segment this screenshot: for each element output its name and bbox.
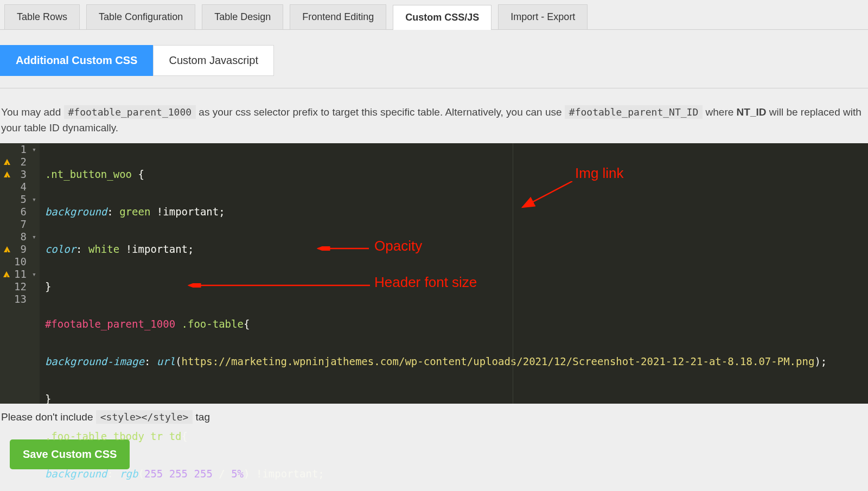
code-func: url: [157, 355, 175, 367]
subtab-custom-js[interactable]: Custom Javascript: [153, 45, 274, 76]
code-number: 255: [169, 468, 188, 480]
code-prop: color: [45, 243, 76, 255]
editor-code[interactable]: .nt_button_woo { background: green !impo…: [40, 143, 827, 404]
line-number: 13: [14, 293, 27, 305]
print-margin-line: [513, 143, 513, 404]
code-punc: :: [107, 468, 119, 480]
tab-table-configuration[interactable]: Table Configuration: [86, 4, 195, 29]
main-tab-bar: Table Rows Table Configuration Table Des…: [0, 0, 868, 30]
code-paren: ): [244, 468, 250, 480]
line-number: 4: [15, 181, 27, 193]
tab-table-design[interactable]: Table Design: [202, 4, 283, 29]
code-punc: /: [213, 468, 231, 480]
code-selector: .nt_button_woo: [45, 168, 132, 180]
subtab-custom-css[interactable]: Additional Custom CSS: [0, 45, 153, 76]
line-number: 12: [14, 280, 27, 293]
code-space: [188, 468, 194, 480]
line-number: 1: [15, 143, 27, 156]
tab-import-export[interactable]: Import - Export: [498, 4, 588, 29]
code-func: rgb: [119, 468, 138, 480]
code-brace: {: [132, 168, 144, 180]
code-brace: {: [244, 318, 250, 330]
tab-frontend-editing[interactable]: Frontend Editing: [290, 4, 386, 29]
code-prop: background: [45, 206, 107, 218]
code-important: !important;: [119, 243, 194, 255]
code-paren: );: [814, 355, 827, 367]
fold-icon[interactable]: ▾: [31, 231, 36, 243]
line-number: 9: [15, 243, 27, 256]
line-number: 7: [15, 218, 27, 231]
line-number: 10: [14, 256, 27, 268]
code-brace: }: [45, 393, 51, 405]
selector-code-1: #footable_parent_1000: [64, 105, 196, 119]
code-prop: background-image: [45, 355, 144, 367]
fold-icon[interactable]: ▾: [31, 193, 36, 206]
code-space: [163, 468, 169, 480]
code-prop: background: [45, 468, 107, 480]
line-number: 2: [15, 156, 27, 168]
code-value: white: [88, 243, 119, 255]
code-brace: {: [182, 430, 188, 442]
code-important: !important;: [250, 468, 324, 480]
warning-icon: [3, 271, 10, 277]
hint-text: where: [706, 106, 737, 118]
code-brace: }: [45, 280, 51, 292]
code-paren: (: [175, 355, 181, 367]
sub-tab-bar: Additional Custom CSS Custom Javascript: [0, 30, 868, 76]
line-number: 5: [15, 193, 27, 206]
code-selector: #footable_parent_1000: [45, 318, 175, 330]
warning-icon: [4, 159, 10, 165]
code-number: 255: [144, 468, 163, 480]
tab-custom-css-js[interactable]: Custom CSS/JS: [393, 5, 492, 30]
code-punc: :: [107, 206, 119, 218]
code-value: green: [119, 206, 150, 218]
code-string: https://marketing.wpninjathemes.com/wp-c…: [182, 355, 815, 367]
warning-icon: [4, 246, 10, 252]
hint-text: as your css selector prefix to target th…: [199, 106, 564, 118]
fold-icon[interactable]: ▾: [31, 143, 36, 156]
fold-icon[interactable]: ▾: [31, 268, 36, 280]
hint-text: You may add: [1, 106, 64, 118]
code-selector: .foo-table: [45, 430, 107, 442]
tab-table-rows[interactable]: Table Rows: [4, 4, 80, 29]
hint-bold: NT_ID: [737, 106, 767, 118]
line-number: 3: [15, 168, 27, 181]
warning-icon: [4, 171, 10, 177]
code-punc: :: [144, 355, 157, 367]
code-punc: :: [76, 243, 88, 255]
selector-hint: You may add #footable_parent_1000 as you…: [0, 88, 868, 143]
css-editor[interactable]: 1▾ 2 3 4 5▾ 6 7 8▾ 9 10 11▾ 12 13 .nt_bu…: [0, 143, 868, 404]
line-number: 8: [15, 231, 27, 243]
code-important: !important;: [150, 206, 225, 218]
editor-gutter: 1▾ 2 3 4 5▾ 6 7 8▾ 9 10 11▾ 12 13: [0, 143, 40, 404]
line-number: 11: [14, 268, 27, 280]
line-number: 6: [15, 206, 27, 218]
selector-code-2: #footable_parent_NT_ID: [565, 105, 703, 119]
code-number: 255: [194, 468, 213, 480]
code-number: 5%: [231, 468, 244, 480]
code-selector: tbody tr td: [107, 430, 181, 442]
code-paren: (: [138, 468, 144, 480]
code-class: .foo-table: [175, 318, 244, 330]
